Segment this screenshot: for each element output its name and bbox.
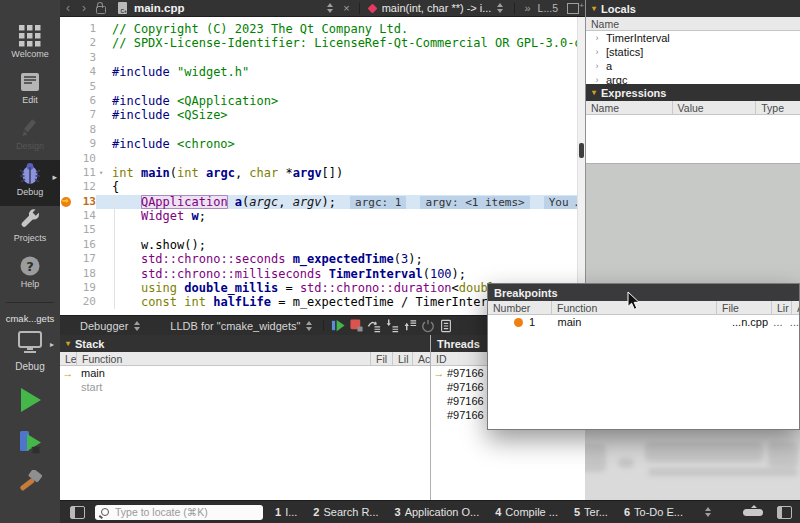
debugger-log-icon[interactable] — [438, 318, 454, 334]
breakpoint-marker[interactable]: → — [60, 195, 74, 209]
code-line[interactable]: 12{ — [60, 180, 585, 194]
breakpoint-gutter[interactable] — [60, 238, 74, 252]
sidebar-item-welcome[interactable]: Welcome — [0, 22, 60, 68]
locals-item[interactable]: ›argc — [586, 73, 800, 84]
breakpoint-gutter[interactable] — [60, 180, 74, 194]
breakpoint-gutter[interactable] — [60, 108, 74, 122]
continue-button[interactable] — [330, 318, 346, 334]
interrupt-button[interactable] — [348, 318, 364, 334]
line-number[interactable]: 8 — [74, 123, 96, 137]
line-number[interactable]: 12 — [74, 180, 96, 194]
line-number[interactable]: 6 — [74, 94, 96, 108]
locator-box[interactable] — [95, 505, 263, 520]
editor-scrollbar[interactable] — [577, 17, 585, 315]
breakpoint-gutter[interactable] — [60, 137, 74, 151]
run-button[interactable] — [17, 386, 43, 418]
line-number[interactable]: 13 — [74, 195, 96, 209]
output-pane-button-1[interactable]: 1I... — [275, 506, 297, 518]
breakpoint-gutter[interactable] — [60, 80, 74, 94]
code-line[interactable]: 5 — [60, 80, 585, 94]
line-number[interactable]: 4 — [74, 65, 96, 79]
breakpoint-gutter[interactable] — [60, 36, 74, 50]
sidebar-item-help[interactable]: ?Help — [0, 252, 60, 298]
code-line[interactable]: 7#include <QSize> — [60, 108, 585, 122]
locals-panel-header[interactable]: ▾ Locals — [586, 0, 800, 17]
code-line[interactable]: 17 std::chrono::seconds m_expectedTime(3… — [60, 252, 585, 266]
step-out-icon[interactable] — [402, 318, 418, 334]
output-panes-menu-icon[interactable] — [705, 507, 711, 517]
stack-frame-row[interactable]: start — [60, 380, 430, 394]
line-number[interactable]: 2 — [74, 36, 96, 50]
sidebar-item-projects[interactable]: Projects — [0, 206, 60, 252]
build-hammer-button[interactable] — [17, 470, 43, 500]
code-line[interactable]: 16 w.show(); — [60, 238, 585, 252]
code-line[interactable]: 6#include <QApplication> — [60, 94, 585, 108]
line-number[interactable]: 9 — [74, 137, 96, 151]
line-number[interactable]: 1 — [74, 22, 96, 36]
symbol-dropdown-icon[interactable] — [497, 3, 503, 13]
breakpoint-gutter[interactable] — [60, 209, 74, 223]
sidebar-item-edit[interactable]: Edit — [0, 68, 60, 114]
sidebar-item-debug[interactable]: Debug▸ — [0, 160, 60, 206]
breakpoint-gutter[interactable] — [60, 223, 74, 237]
kit-selector[interactable]: cmak...gets ▸ Debug — [0, 307, 60, 372]
expand-chevron-icon[interactable]: › — [592, 61, 602, 71]
line-number[interactable]: 17 — [74, 252, 96, 266]
breakpoint-gutter[interactable] — [60, 152, 74, 166]
step-into-icon[interactable] — [384, 318, 400, 334]
code-line[interactable]: 11▾int main(int argc, char *argv[]) — [60, 166, 585, 180]
breakpoint-gutter[interactable] — [60, 166, 74, 180]
line-number[interactable]: 16 — [74, 238, 96, 252]
code-line[interactable]: 18 std::chrono::milliseconds TimerInterv… — [60, 267, 585, 281]
back-icon[interactable]: ‹ — [60, 1, 76, 15]
toggle-left-sidebar-icon[interactable] — [70, 506, 85, 519]
progress-details-icon[interactable] — [743, 509, 763, 516]
code-line[interactable]: 15 — [60, 223, 585, 237]
output-pane-button-5[interactable]: 5Ter... — [574, 506, 608, 518]
expand-chevron-icon[interactable]: › — [592, 47, 602, 57]
output-pane-button-2[interactable]: 2Search R... — [313, 506, 378, 518]
debugger-engine-select[interactable]: LLDB for "cmake_widgets" — [170, 320, 318, 332]
code-line[interactable]: 9#include <chrono> — [60, 137, 585, 151]
line-number[interactable]: 15 — [74, 223, 96, 237]
stack-frame-row[interactable]: →main — [60, 366, 430, 380]
expressions-panel-header[interactable]: ▾ Expressions — [586, 84, 800, 101]
code-editor[interactable]: 1// Copyright (C) 2023 The Qt Company Lt… — [60, 17, 585, 315]
line-number[interactable]: 11 — [74, 166, 96, 180]
breakpoints-titlebar[interactable]: Breakpoints — [488, 284, 799, 301]
debug-run-button[interactable] — [17, 428, 43, 460]
breakpoint-gutter[interactable] — [60, 65, 74, 79]
breakpoint-gutter[interactable] — [60, 123, 74, 137]
breakpoint-gutter[interactable] — [60, 51, 74, 65]
output-pane-button-3[interactable]: 3Application O... — [395, 506, 480, 518]
locals-item[interactable]: ›a — [586, 59, 800, 73]
expressions-empty-area[interactable] — [586, 115, 800, 163]
output-pane-button-6[interactable]: 6To-Do E... — [624, 506, 683, 518]
forward-icon[interactable]: › — [76, 1, 92, 15]
locals-item[interactable]: ›TimerInterval — [586, 31, 800, 45]
overflow-chevron-icon[interactable]: » — [520, 2, 534, 14]
breakpoint-gutter[interactable] — [60, 22, 74, 36]
step-over-icon[interactable] — [366, 318, 382, 334]
toggle-right-sidebar-icon[interactable] — [777, 506, 792, 519]
output-pane-button-4[interactable]: 4Compile ... — [495, 506, 558, 518]
locator-input[interactable] — [113, 505, 257, 519]
breakpoint-gutter[interactable] — [60, 94, 74, 108]
code-line[interactable]: 3 — [60, 51, 585, 65]
code-line[interactable]: 14 Widget w; — [60, 209, 585, 223]
line-number[interactable]: 7 — [74, 108, 96, 122]
lock-icon[interactable] — [96, 6, 106, 14]
breakpoint-gutter[interactable] — [60, 281, 74, 295]
restart-icon[interactable] — [420, 318, 436, 334]
line-number[interactable]: 20 — [74, 295, 96, 309]
line-number[interactable]: 18 — [74, 267, 96, 281]
scrollbar-thumb[interactable] — [579, 143, 584, 158]
code-line[interactable]: 10 — [60, 152, 585, 166]
line-number[interactable]: 3 — [74, 51, 96, 65]
close-document-icon[interactable]: × — [339, 2, 353, 14]
breakpoint-gutter[interactable] — [60, 252, 74, 266]
breakpoint-gutter[interactable] — [60, 295, 74, 309]
fold-marker-icon[interactable]: ▾ — [96, 166, 106, 180]
code-line[interactable]: 1// Copyright (C) 2023 The Qt Company Lt… — [60, 22, 585, 36]
document-dropdown-icon[interactable] — [327, 3, 333, 13]
